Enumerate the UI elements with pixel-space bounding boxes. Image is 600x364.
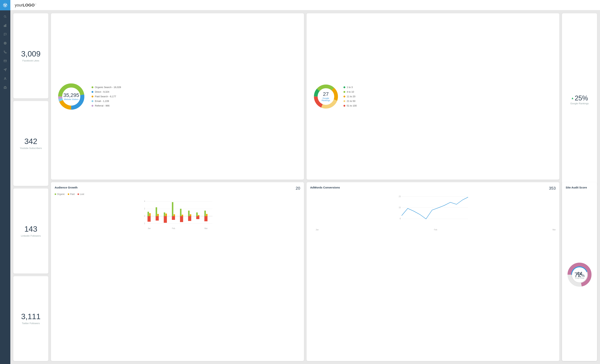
svg-point-4 (4, 16, 6, 17)
email-label: Email - 1,228 (95, 100, 109, 103)
rank-4-10-dot (343, 91, 345, 93)
svg-text:Feb: Feb (172, 227, 175, 229)
svg-rect-44 (156, 216, 159, 221)
referral-dot (92, 105, 94, 107)
svg-rect-42 (156, 207, 157, 216)
svg-rect-62 (204, 216, 207, 221)
rank-51-100-label: 51 to 100 (347, 104, 357, 107)
rank-percent-label: Google Rankings (570, 102, 589, 105)
paid-dot (92, 96, 94, 97)
rank-11-20: 11 to 20 (343, 95, 357, 98)
email-dot (92, 100, 94, 102)
legend-paid: Paid Search - 6,177 (92, 95, 121, 98)
adwords-value: 353 (549, 186, 556, 191)
paid-circle (68, 194, 69, 195)
svg-text:Jan: Jan (148, 227, 150, 229)
youtube-subs-label: Youtube Subscribers (20, 147, 42, 149)
lost-bar-label: Lost (80, 193, 84, 196)
logo-tm: ™ (35, 3, 37, 5)
sidebar-analytics[interactable] (0, 21, 10, 29)
svg-text:4: 4 (144, 200, 145, 202)
adwords-card: AdWords Conversions 353 23 15 8 (307, 182, 560, 361)
rank-percent-row: ▲ 25% (571, 94, 588, 102)
sidebar-target[interactable] (0, 39, 10, 47)
adwords-line-chart: 23 15 8 (310, 193, 556, 230)
audience-growth-card: Audience Growth 20 Organic Paid Lost (51, 182, 304, 361)
svg-rect-46 (165, 214, 167, 216)
paid-bar-label: Paid (70, 193, 75, 196)
svg-rect-57 (196, 213, 198, 216)
svg-text:Mar: Mar (205, 227, 208, 229)
sidebar-user[interactable] (0, 75, 10, 83)
rank-11-20-label: 11 to 20 (347, 95, 356, 98)
adwords-jan: Jan (316, 229, 319, 231)
sidebar-phone[interactable] (0, 48, 10, 56)
rank-1-3: 1 to 3 (343, 86, 357, 89)
svg-point-1 (4, 4, 5, 5)
sidebar-logo-icon[interactable] (0, 0, 10, 10)
linkedin-followers-card: 143 Linkedin Followers (13, 188, 48, 274)
adwords-mar: Mar (553, 229, 556, 231)
visitors-donut: 35,295 Website Visitors (56, 82, 86, 111)
audience-chart-wrap: 4 2 0 2 (55, 198, 300, 232)
google-rank-percent-card: ▲ 25% Google Rankings (562, 13, 597, 186)
sidebar-chat[interactable] (0, 30, 10, 38)
google-rankings-card: 27 Google Rankings 1 to 3 4 to 10 11 to … (307, 13, 560, 180)
svg-rect-53 (180, 216, 183, 222)
twitter-label: Twitter Followers (22, 322, 40, 325)
legend-organic-bar: Organic (55, 193, 65, 196)
svg-point-10 (4, 42, 6, 44)
linkedin-number: 143 (24, 225, 37, 233)
svg-rect-61 (206, 214, 207, 216)
legend-paid-bar: Paid (68, 193, 75, 196)
audit-center: 72% (574, 271, 585, 278)
svg-text:0: 0 (144, 215, 145, 217)
svg-point-3 (5, 5, 6, 7)
sidebar-send[interactable] (0, 66, 10, 74)
rank-21-50: 21 to 50 (343, 100, 357, 103)
svg-rect-15 (4, 87, 6, 89)
svg-rect-59 (196, 216, 199, 219)
audience-title: Audience Growth (55, 186, 77, 189)
header: yourLOGO™ (10, 0, 600, 10)
svg-rect-50 (172, 216, 175, 220)
paid-label: Paid Search - 6,177 (95, 95, 116, 98)
rank-51-100: 51 to 100 (343, 104, 357, 107)
left-column: 3,009 Facebook Likes 342 Youtube Subscri… (13, 13, 48, 361)
svg-rect-48 (172, 202, 173, 216)
legend-organic: Organic Search - 16,028 (92, 86, 121, 89)
rank-percent-value: 25% (575, 94, 588, 102)
rank-21-50-label: 21 to 50 (347, 100, 356, 103)
svg-rect-41 (148, 216, 150, 222)
audience-bar-chart: 4 2 0 2 (55, 198, 300, 231)
adwords-header: AdWords Conversions 353 (310, 186, 556, 191)
rank-4-10-label: 4 to 10 (347, 90, 354, 93)
organic-circle (55, 194, 56, 195)
rank-11-20-dot (343, 96, 345, 97)
rankings-donut-center: 27 Google Rankings (319, 92, 333, 102)
linkedin-label: Linkedin Followers (21, 234, 41, 237)
svg-rect-45 (164, 213, 165, 216)
audience-header: Audience Growth 20 (55, 186, 300, 191)
sidebar-mail[interactable] (0, 57, 10, 65)
legend-email: Email - 1,228 (92, 100, 121, 103)
sidebar-briefcase[interactable] (0, 84, 10, 92)
svg-text:23: 23 (399, 196, 401, 197)
rank-1-3-label: 1 to 3 (347, 86, 353, 89)
rankings-label: Google Rankings (319, 97, 333, 102)
sidebar (0, 0, 10, 364)
sidebar-search[interactable] (0, 13, 10, 21)
organic-bar-label: Organic (57, 193, 65, 196)
rank-21-50-dot (343, 100, 345, 102)
svg-text:15: 15 (399, 206, 401, 209)
logo: yourLOGO™ (15, 3, 37, 8)
svg-rect-39 (148, 212, 149, 216)
audience-legend: Organic Paid Lost (55, 193, 300, 196)
legend-lost-bar: Lost (77, 193, 84, 196)
legend-referral: Referral - 966 (92, 104, 121, 107)
adwords-title: AdWords Conversions (310, 186, 340, 189)
svg-rect-7 (5, 25, 5, 27)
visitors-donut-center: 35,295 Website Visitors (63, 93, 79, 100)
audit-percent: % (581, 274, 585, 278)
rankings-legend: 1 to 3 4 to 10 11 to 20 21 to 50 51 to 1… (343, 86, 357, 107)
